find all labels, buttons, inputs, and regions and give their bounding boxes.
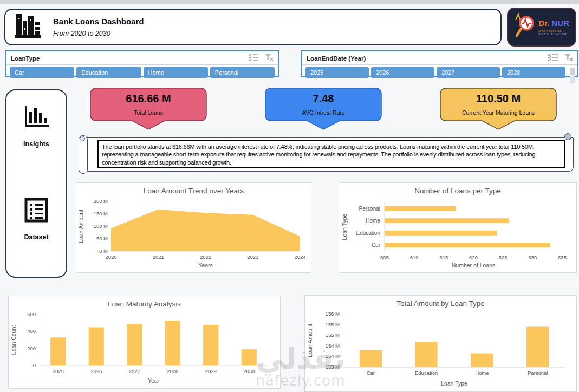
slicer-item-2025[interactable]: 2025 [305,67,369,78]
brand-main: NUR [551,18,569,28]
svg-text:100 M: 100 M [94,223,108,229]
page-subtitle: From 2020 to 2030 [53,30,144,37]
sidebar-item-label: Dataset [24,233,48,241]
svg-text:620: 620 [469,254,478,260]
list-icon [24,198,49,225]
multi-select-icon[interactable] [548,53,558,63]
svg-text:615: 615 [439,254,448,260]
kpi-value: 110.50 M [440,93,557,105]
kpi-value: 616.66 M [90,93,207,105]
narrative-text: The loan portfolio stands at 616.66M wit… [97,140,565,168]
slicer-loantype: LoanType [5,50,279,77]
svg-text:200 M: 200 M [94,198,108,204]
svg-text:Loan Count: Loan Count [10,325,17,355]
svg-text:400: 400 [27,328,36,334]
svg-text:2024: 2024 [294,254,305,260]
svg-text:Car: Car [367,370,375,376]
svg-text:2028: 2028 [167,368,178,374]
svg-text:Personal: Personal [359,206,380,212]
horizontal-bar-chart[interactable]: PersonalHomeEducationCar6056106156206256… [339,198,576,270]
svg-text:2022: 2022 [200,254,211,260]
slicer-item-2026[interactable]: 2026 [371,67,434,78]
clear-filter-icon[interactable] [264,53,274,63]
slicer-scrollbar[interactable] [570,68,575,84]
chart-panel-loans-per-type: Number of Loans per Type PersonalHomeEdu… [339,182,577,273]
slicer-item-personal[interactable]: Personal [210,67,275,78]
svg-text:2027: 2027 [129,368,140,374]
svg-text:Loan Amount: Loan Amount [307,324,313,357]
svg-text:625: 625 [499,254,508,260]
svg-text:2029: 2029 [205,368,217,374]
narrative-scroll-shape: The loan portfolio stands at 616.66M wit… [79,132,577,177]
kpi-card-total-loans: 616.66 M Total Loans [90,88,207,131]
slicer-item-education[interactable]: Education [76,67,141,78]
page-title: Bank Loans Dashboard [53,17,144,26]
books-icon [14,12,43,42]
sidebar-item-label: Insights [23,140,49,148]
top-strip [0,0,579,4]
svg-text:0: 0 [33,362,36,368]
slicer-item-home[interactable]: Home [144,67,208,78]
magnifier-heartbeat-icon [514,11,536,43]
svg-text:630: 630 [528,254,537,260]
sidebar-item-insights[interactable]: Insights [23,104,49,148]
svg-text:153 M: 153 M [326,364,340,370]
nav-sidebar: Insights Dataset [5,89,67,278]
slicer-loanenddate-title: LoanEndDate (Year) [307,55,366,62]
svg-text:2030: 2030 [243,368,255,374]
bar-chart-icon [23,104,49,132]
slicer-item-2027[interactable]: 2027 [437,67,500,78]
slicer-item-car[interactable]: Car [10,67,74,78]
clear-filter-icon[interactable] [564,53,573,63]
svg-text:155 M: 155 M [326,332,340,338]
sidebar-item-dataset[interactable]: Dataset [24,198,49,241]
chart-title: Loan Amount Trend over Years [76,183,311,198]
svg-text:0 M: 0 M [99,248,108,254]
svg-text:154 M: 154 M [326,353,340,359]
svg-text:635: 635 [558,254,567,260]
column-chart[interactable]: 0200400600202520262027202820292030YearLo… [9,311,280,385]
chart-title: Total Amount by Loan Type [305,296,576,311]
dashboard-canvas: Bank Loans Dashboard From 2020 to 2030 D… [0,0,579,392]
brand-prefix: Dr. [538,18,549,28]
multi-select-icon[interactable] [248,53,259,63]
svg-text:Education: Education [356,230,380,236]
chart-panel-loan-trend: Loan Amount Trend over Years 0 M50 M100 … [76,182,311,273]
svg-text:156 M: 156 M [326,311,340,317]
slicer-item-2028[interactable]: 2028 [502,67,565,78]
svg-text:Education: Education [415,370,438,376]
svg-text:Car: Car [372,242,381,248]
svg-text:Home: Home [366,218,380,224]
svg-text:610: 610 [410,254,419,260]
brand-name: Dr. NUR [538,18,569,28]
svg-text:Loan Type: Loan Type [341,213,348,240]
slicer-loanenddate: LoanEndDate (Year) [301,50,578,77]
svg-text:2026: 2026 [90,368,102,374]
kpi-label: Total Loans [90,109,207,116]
chart-panel-loan-maturity: Loan Maturity Analysis 02004006002025202… [8,296,281,389]
column-chart[interactable]: 153 M154 M154 M155 M155 M156 MCarEducati… [305,311,576,388]
kpi-label: AVG Intrest Rate [265,109,382,116]
scroll-curl-icon [564,133,571,140]
slicer-loantype-title: LoanType [11,55,40,62]
svg-text:Loan Amount: Loan Amount [77,210,84,243]
svg-text:605: 605 [380,254,389,260]
svg-text:155 M: 155 M [326,322,340,328]
area-chart[interactable]: 0 M50 M100 M150 M200 M202020212022202320… [76,198,311,270]
brand-badge: Dr. NUR UNIVERSAL DATA PLAYER [507,8,576,47]
kpi-card-avg-interest-rate: 7.48 AVG Intrest Rate [265,88,382,131]
brand-tagline-2: DATA PLAYER [538,32,569,36]
svg-text:2020: 2020 [105,254,116,260]
svg-text:600: 600 [27,311,36,317]
svg-text:50 M: 50 M [96,236,108,241]
svg-text:154 M: 154 M [326,343,340,349]
header-panel: Bank Loans Dashboard From 2020 to 2030 [4,9,502,45]
kpi-label: Current Year Maturing Loans [440,109,557,116]
svg-text:200: 200 [27,345,36,351]
scroll-roll-icon [79,135,88,174]
svg-text:Loan Type: Loan Type [441,380,467,387]
svg-text:150 M: 150 M [94,211,108,217]
svg-text:Personal: Personal [528,370,548,376]
svg-text:Year: Year [148,377,160,384]
chart-title: Loan Maturity Analysis [9,296,280,311]
